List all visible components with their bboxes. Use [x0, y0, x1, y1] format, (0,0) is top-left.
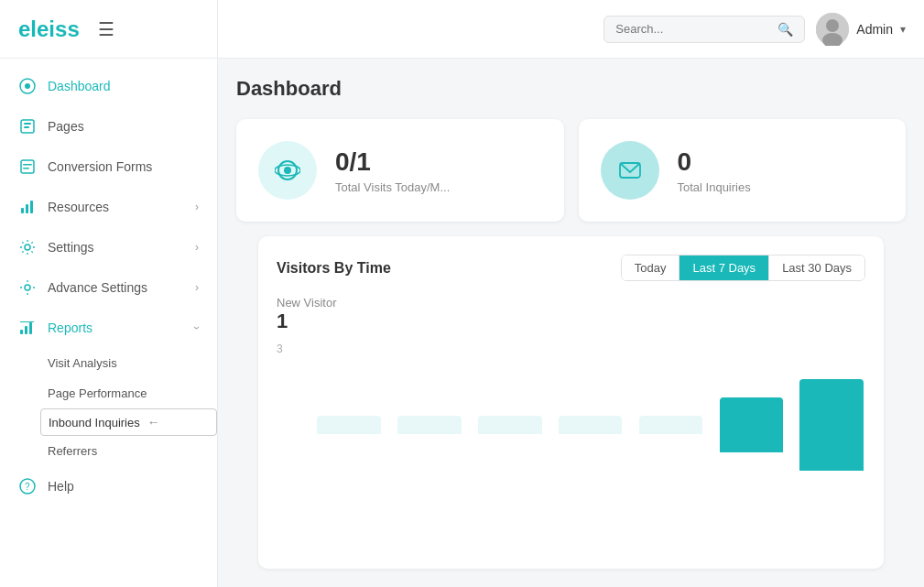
chart-bar-6	[799, 379, 864, 471]
svg-rect-12	[26, 204, 28, 213]
conversion-forms-icon	[18, 158, 37, 176]
sidebar-reports-label: Reports	[48, 321, 184, 335]
chart-bar-3	[559, 416, 623, 434]
chart-bar-col-4	[625, 361, 704, 489]
user-menu[interactable]: Admin ▾	[816, 13, 906, 46]
user-name: Admin	[856, 22, 893, 37]
visits-value: 0/1	[335, 147, 450, 177]
chart-section: Visitors By Time Today Last 7 Days Last …	[258, 236, 884, 569]
settings-chevron-icon: ›	[195, 241, 199, 254]
sidebar-item-advance-settings[interactable]: Advance Settings ›	[0, 267, 217, 308]
stats-row: 0/1 Total Visits Today/M... 0 Total I	[236, 119, 906, 222]
sidebar-conversion-forms-label: Conversion Forms	[48, 159, 199, 174]
sidebar-sub-inbound-inquiries[interactable]: Inbound Inquiries ←	[40, 408, 217, 436]
pages-icon	[18, 117, 37, 136]
hamburger-icon[interactable]: ☰	[98, 18, 114, 40]
chart-bar-2	[478, 416, 542, 434]
svg-rect-17	[25, 326, 27, 334]
sidebar-advance-settings-label: Advance Settings	[48, 280, 184, 295]
chart-bar-col-3	[546, 361, 625, 489]
svg-rect-18	[29, 322, 32, 334]
avatar	[816, 13, 849, 46]
body-area: Dashboard Pages	[0, 59, 924, 587]
svg-point-4	[25, 83, 30, 89]
page-layout: eleiss ☰ 🔍 Admin ▾	[0, 0, 924, 587]
sidebar-item-reports[interactable]: Reports ›	[0, 308, 217, 348]
svg-point-1	[826, 19, 839, 32]
visitor-count: 1	[277, 310, 865, 333]
svg-rect-9	[23, 164, 32, 166]
filter-last7[interactable]: Last 7 Days	[679, 255, 769, 280]
page-performance-label: Page Performance	[48, 386, 147, 400]
search-icon[interactable]: 🔍	[777, 22, 793, 37]
svg-rect-6	[24, 123, 31, 125]
reports-submenu: Visit Analysis Page Performance Inbound …	[0, 348, 217, 466]
chart-y-label: 3	[277, 342, 283, 355]
svg-point-14	[25, 245, 30, 250]
sidebar-item-conversion-forms[interactable]: Conversion Forms	[0, 147, 217, 187]
inquiries-label: Total Inquiries	[678, 180, 751, 194]
referrers-label: Referrers	[48, 444, 97, 458]
arrow-left-icon: ←	[147, 415, 160, 429]
svg-rect-16	[20, 330, 23, 334]
resources-icon	[18, 198, 37, 216]
svg-text:?: ?	[25, 482, 30, 492]
sidebar-resources-label: Resources	[48, 200, 184, 214]
search-input[interactable]	[615, 22, 770, 36]
sidebar-dashboard-label: Dashboard	[48, 79, 199, 93]
visit-analysis-label: Visit Analysis	[48, 356, 117, 370]
sidebar-item-pages[interactable]: Pages	[0, 106, 217, 147]
inquiries-info: 0 Total Inquiries	[678, 147, 751, 194]
inquiries-card: 0 Total Inquiries	[579, 119, 907, 222]
sidebar-sub-visit-analysis[interactable]: Visit Analysis	[48, 348, 217, 378]
chart-bar-col-6	[787, 361, 865, 489]
chevron-down-icon: ▾	[900, 23, 906, 36]
chart-bar-0	[317, 416, 381, 434]
visits-icon-circle	[258, 141, 317, 200]
chart-area: 3	[277, 342, 865, 489]
page-title: Dashboard	[236, 77, 906, 101]
visitor-info: New Visitor 1	[277, 296, 865, 333]
chart-bar-col-5	[706, 361, 785, 489]
svg-rect-19	[20, 321, 34, 322]
logo: eleiss	[18, 16, 80, 42]
sidebar-item-settings[interactable]: Settings ›	[0, 227, 217, 267]
chart-title: Visitors By Time	[277, 260, 391, 277]
sidebar-item-resources[interactable]: Resources ›	[0, 187, 217, 227]
inbound-inquiries-label: Inbound Inquiries	[49, 416, 140, 429]
search-box: 🔍	[603, 16, 805, 43]
topbar-right: 🔍 Admin ▾	[218, 13, 924, 46]
reports-icon	[18, 319, 37, 337]
advance-settings-icon	[18, 278, 37, 297]
svg-rect-11	[21, 208, 24, 213]
sidebar-item-help[interactable]: ? Help	[0, 466, 217, 506]
sidebar-sub-referrers[interactable]: Referrers	[48, 436, 217, 466]
sidebar-pages-label: Pages	[48, 119, 199, 134]
visits-label: Total Visits Today/M...	[335, 180, 450, 194]
filter-today[interactable]: Today	[622, 255, 680, 280]
svg-point-15	[25, 285, 30, 290]
filter-last30[interactable]: Last 30 Days	[769, 255, 864, 280]
chart-bar-5	[720, 397, 784, 452]
sidebar-sub-page-performance[interactable]: Page Performance	[48, 378, 217, 408]
page-header: Dashboard	[236, 77, 906, 104]
sidebar-item-dashboard[interactable]: Dashboard	[0, 66, 217, 106]
inquiries-value: 0	[678, 147, 751, 177]
advance-settings-chevron-icon: ›	[195, 281, 199, 294]
chart-bar-col-1	[385, 361, 463, 489]
sidebar: Dashboard Pages	[0, 59, 218, 587]
svg-rect-8	[21, 160, 34, 173]
chart-bars-wrapper	[277, 342, 865, 489]
sidebar-settings-label: Settings	[48, 240, 184, 255]
filter-buttons: Today Last 7 Days Last 30 Days	[621, 255, 865, 281]
help-icon: ?	[18, 477, 37, 495]
main-content: Dashboard 0/1 Total Visits Today	[218, 59, 924, 587]
chart-bar-col-2	[465, 361, 544, 489]
svg-rect-13	[30, 201, 33, 213]
chart-header: Visitors By Time Today Last 7 Days Last …	[277, 255, 865, 281]
svg-point-23	[284, 167, 291, 174]
svg-rect-7	[24, 126, 29, 128]
topbar-left: eleiss ☰	[0, 0, 218, 58]
topbar: eleiss ☰ 🔍 Admin ▾	[0, 0, 924, 59]
chart-bar-4	[639, 416, 703, 434]
